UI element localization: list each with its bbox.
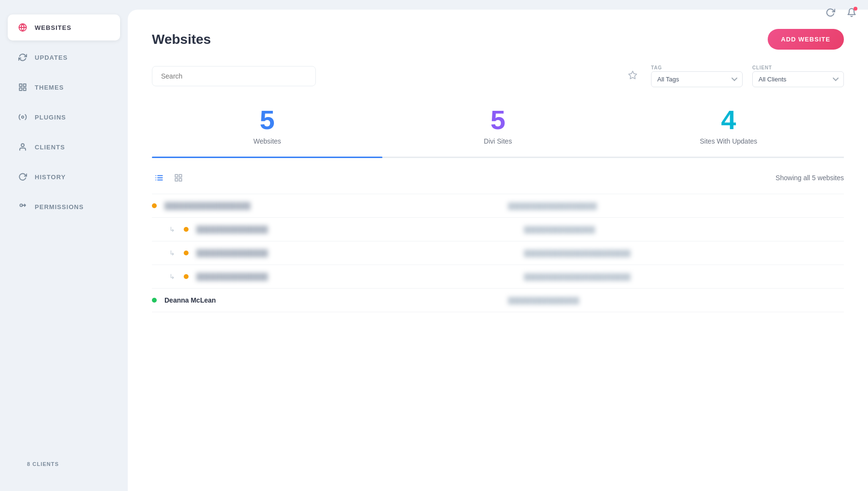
status-indicator bbox=[184, 227, 189, 232]
table-row[interactable]: ↳ ███████████████ ██████████████████████… bbox=[152, 265, 844, 288]
sidebar-item-label: HISTORY bbox=[35, 173, 66, 181]
site-url: ████████████████ bbox=[524, 226, 844, 233]
notification-dot bbox=[854, 7, 857, 11]
site-url: ████████████████████████ bbox=[524, 250, 844, 257]
site-name: ███████████████ bbox=[196, 273, 516, 280]
websites-table: ██████████████████ ████████████████████ … bbox=[152, 194, 844, 312]
site-name-deanna: Deanna McLean bbox=[164, 296, 501, 304]
status-indicator bbox=[152, 203, 157, 208]
sidebar-item-label: CLIENTS bbox=[35, 144, 65, 151]
svg-rect-3 bbox=[24, 84, 26, 86]
filters-row: TAG All Tags CLIENT All Clients bbox=[152, 65, 844, 87]
permissions-icon bbox=[17, 201, 28, 212]
websites-table-area: Showing all 5 websites █████████████████… bbox=[152, 158, 844, 312]
main-content: Websites ADD WEBSITE TAG All Tags CLIENT… bbox=[128, 10, 868, 491]
tag-filter-group: TAG All Tags bbox=[651, 65, 743, 87]
status-indicator bbox=[152, 298, 157, 303]
page-header: Websites ADD WEBSITE bbox=[152, 29, 844, 50]
sidebar-item-label: UPDATES bbox=[35, 54, 68, 61]
app-layout: WEBSITES UPDATES THEMES bbox=[0, 0, 868, 491]
svg-marker-9 bbox=[629, 71, 637, 79]
stat-websites-number: 5 bbox=[152, 106, 382, 133]
refresh-icon[interactable] bbox=[824, 6, 837, 19]
tag-filter-label: TAG bbox=[651, 65, 743, 70]
stat-websites[interactable]: 5 Websites bbox=[152, 106, 382, 157]
table-row-highlighted[interactable]: Deanna McLean ████████████████ bbox=[152, 289, 844, 312]
svg-point-6 bbox=[22, 116, 24, 119]
svg-rect-18 bbox=[179, 179, 182, 181]
status-indicator bbox=[184, 274, 189, 279]
themes-icon bbox=[17, 82, 28, 93]
updates-icon bbox=[17, 52, 28, 63]
view-toggles bbox=[152, 172, 186, 184]
table-divider bbox=[152, 312, 844, 312]
stat-sites-with-updates[interactable]: 4 Sites With Updates bbox=[613, 106, 844, 157]
client-filter-label: CLIENT bbox=[752, 65, 844, 70]
stats-row: 5 Websites 5 Divi Sites 4 Sites With Upd… bbox=[152, 106, 844, 158]
svg-point-7 bbox=[21, 144, 24, 146]
notification-bell-icon[interactable] bbox=[845, 6, 858, 19]
indent-arrow-icon: ↳ bbox=[169, 226, 175, 233]
topbar bbox=[814, 0, 868, 25]
stat-divi-label: Divi Sites bbox=[382, 137, 613, 145]
client-filter-select[interactable]: All Clients bbox=[752, 71, 844, 87]
stat-updates-label: Sites With Updates bbox=[613, 137, 844, 145]
client-filter-group: CLIENT All Clients bbox=[752, 65, 844, 87]
showing-count-text: Showing all 5 websites bbox=[775, 174, 844, 182]
table-toolbar: Showing all 5 websites bbox=[152, 172, 844, 184]
svg-rect-16 bbox=[175, 174, 177, 177]
sidebar-item-updates[interactable]: UPDATES bbox=[8, 44, 120, 70]
status-indicator bbox=[184, 251, 189, 255]
svg-rect-4 bbox=[24, 88, 26, 91]
svg-rect-17 bbox=[179, 174, 182, 177]
table-row[interactable]: ↳ ███████████████ ████████████████ bbox=[152, 218, 844, 241]
list-view-button[interactable] bbox=[152, 172, 166, 184]
site-name: ██████████████████ bbox=[164, 202, 501, 210]
clients-count-badge: 8 CLIENTS bbox=[17, 456, 110, 472]
site-url: ████████████████ bbox=[508, 297, 844, 304]
add-website-button[interactable]: ADD WEBSITE bbox=[768, 29, 844, 50]
site-url: ████████████████████████ bbox=[524, 273, 844, 280]
indent-arrow-icon: ↳ bbox=[169, 273, 175, 280]
sidebar-item-websites[interactable]: WEBSITES bbox=[8, 14, 120, 40]
sidebar-item-label: PLUGINS bbox=[35, 114, 66, 121]
indent-arrow-icon: ↳ bbox=[169, 249, 175, 257]
plugins-icon bbox=[17, 112, 28, 122]
stat-updates-number: 4 bbox=[613, 106, 844, 133]
site-name: ███████████████ bbox=[196, 249, 516, 257]
sidebar-item-label: PERMISSIONS bbox=[35, 203, 84, 211]
table-row[interactable]: ██████████████████ ████████████████████ bbox=[152, 194, 844, 217]
table-row[interactable]: ↳ ███████████████ ██████████████████████… bbox=[152, 241, 844, 265]
site-url: ████████████████████ bbox=[508, 202, 844, 210]
sidebar-item-history[interactable]: HISTORY bbox=[8, 164, 120, 190]
stat-divi-number: 5 bbox=[382, 106, 613, 133]
svg-rect-19 bbox=[175, 179, 177, 181]
stat-websites-label: Websites bbox=[152, 137, 382, 145]
search-input[interactable] bbox=[152, 66, 316, 86]
sidebar-item-plugins[interactable]: PLUGINS bbox=[8, 104, 120, 130]
clients-icon bbox=[17, 142, 28, 152]
sidebar-item-label: THEMES bbox=[35, 84, 64, 91]
stat-divi-sites[interactable]: 5 Divi Sites bbox=[382, 106, 613, 157]
sidebar-item-permissions[interactable]: PERMISSIONS bbox=[8, 194, 120, 220]
sidebar-item-themes[interactable]: THEMES bbox=[8, 74, 120, 100]
websites-icon bbox=[17, 22, 28, 33]
page-title: Websites bbox=[152, 32, 211, 47]
tag-filter-select[interactable]: All Tags bbox=[651, 71, 743, 87]
favorites-star-button[interactable] bbox=[624, 68, 641, 84]
site-name: ███████████████ bbox=[196, 226, 516, 233]
svg-rect-5 bbox=[19, 88, 22, 91]
sidebar: WEBSITES UPDATES THEMES bbox=[0, 0, 128, 491]
tab-active-indicator bbox=[152, 157, 382, 158]
sidebar-item-label: WEBSITES bbox=[35, 24, 71, 31]
svg-rect-2 bbox=[19, 84, 22, 86]
grid-view-button[interactable] bbox=[171, 172, 186, 184]
sidebar-item-clients[interactable]: CLIENTS bbox=[8, 134, 120, 160]
history-icon bbox=[17, 172, 28, 182]
